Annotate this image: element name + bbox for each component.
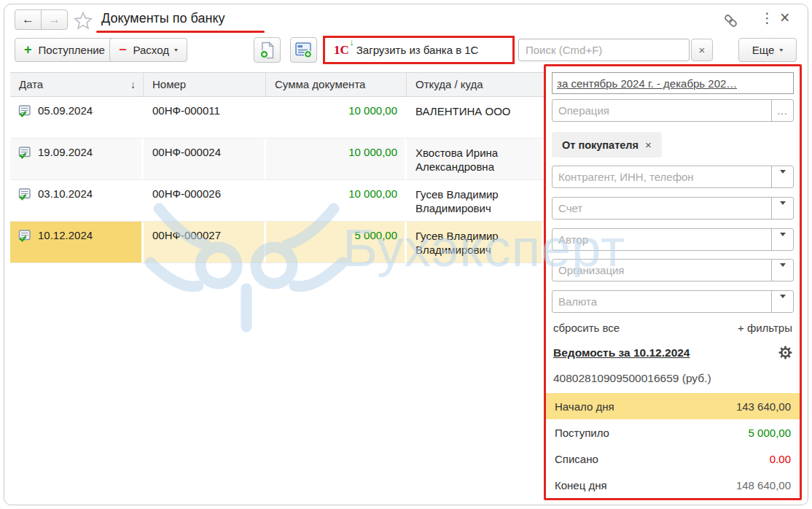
table-header: Дата↓ Номер Сумма документа Откуда / куд… — [10, 72, 544, 97]
favorite-star-icon[interactable] — [73, 11, 93, 30]
summary-label: Поступило — [555, 427, 609, 439]
document-check-icon — [17, 147, 31, 160]
cell-amount: 10 000,00 — [266, 97, 407, 138]
currency-field[interactable] — [552, 290, 794, 313]
new-list-item-button[interactable] — [290, 37, 317, 63]
column-header-number[interactable]: Номер — [144, 73, 266, 96]
period-link[interactable]: за сентябрь 2024 г. - декабрь 202… — [557, 77, 737, 90]
organization-field[interactable] — [552, 259, 794, 281]
chevron-down-icon — [780, 295, 786, 301]
organization-dropdown-button[interactable] — [771, 260, 793, 281]
counterparty-field[interactable] — [552, 166, 794, 188]
currency-input[interactable] — [553, 291, 771, 312]
account-field[interactable] — [552, 197, 794, 219]
chip-close-icon[interactable]: × — [645, 139, 652, 151]
summary-row-day-start: Начало дня 143 640,00 — [546, 393, 800, 419]
table-row[interactable]: 19.09.2024 00НФ-000024 10 000,00 Хвостов… — [10, 139, 544, 180]
statement-title-link[interactable]: Ведомость за 10.12.2024 — [553, 346, 690, 360]
summary-value: 143 640,00 — [736, 400, 791, 413]
search-box[interactable] — [518, 39, 690, 61]
author-input[interactable] — [553, 229, 771, 250]
close-icon[interactable]: × — [780, 9, 789, 26]
cell-number: 00НФ-000024 — [144, 139, 266, 179]
more-button-label: Еще — [752, 44, 775, 56]
summary-value: 148 640,00 — [736, 479, 791, 491]
chevron-down-icon — [780, 201, 786, 208]
receipt-button-label: Поступление — [39, 44, 105, 56]
sort-desc-icon: ↓ — [130, 73, 136, 96]
operation-field[interactable]: ... — [552, 99, 794, 122]
plus-icon: + — [24, 42, 32, 58]
organization-input[interactable] — [553, 260, 771, 281]
author-dropdown-button[interactable] — [771, 229, 793, 250]
summary-row-written-off: Списано 0.00 — [546, 446, 800, 472]
filter-chip-label: От покупателя — [562, 139, 639, 151]
chevron-down-icon: ▾ — [779, 47, 783, 53]
expense-button-label: Расход — [133, 44, 169, 56]
minus-icon: − — [119, 42, 127, 58]
page-title: Документы по банку — [101, 11, 225, 26]
column-header-party[interactable]: Откуда / куда — [407, 73, 544, 96]
statement-title-row: Ведомость за 10.12.2024 — [553, 346, 792, 360]
chevron-down-icon: ▾ — [174, 47, 178, 53]
reset-all-link[interactable]: сбросить все — [553, 322, 620, 334]
summary-label: Списано — [555, 453, 598, 465]
table-row[interactable]: 05.09.2024 00НФ-000011 10 000,00 ВАЛЕНТИ… — [10, 97, 544, 139]
chevron-down-icon — [780, 233, 786, 239]
get-link-icon[interactable] — [722, 12, 739, 32]
gear-icon[interactable] — [778, 346, 792, 360]
account-input[interactable] — [553, 198, 771, 219]
cell-number: 00НФ-000011 — [144, 97, 266, 138]
forward-button[interactable]: → — [41, 9, 68, 30]
clear-x-icon: × — [699, 44, 706, 56]
more-button[interactable]: Еще ▾ — [738, 38, 797, 62]
cell-date: 19.09.2024 — [10, 139, 144, 179]
author-field[interactable] — [552, 228, 794, 251]
load-from-bank-button[interactable]: 1С↓ Загрузить из банка в 1С — [325, 38, 512, 62]
cell-amount: 10 000,00 — [266, 180, 407, 221]
account-dropdown-button[interactable] — [771, 198, 793, 219]
summary-value: 0.00 — [770, 453, 791, 465]
document-check-icon — [17, 188, 31, 201]
new-list-item-icon — [295, 42, 313, 58]
column-header-amount[interactable]: Сумма документа — [266, 73, 407, 96]
back-button[interactable]: ← — [15, 9, 42, 30]
search-clear-button[interactable]: × — [691, 39, 713, 61]
expense-button[interactable]: − Расход ▾ — [109, 38, 187, 62]
counterparty-dropdown-button[interactable] — [771, 166, 793, 187]
cell-number: 00НФ-000027 — [144, 222, 266, 263]
document-check-icon — [17, 230, 31, 243]
counterparty-input[interactable] — [553, 166, 771, 187]
load-from-bank-label: Загрузить из банка в 1С — [356, 44, 479, 56]
filter-panel-red-annotation-box: за сентябрь 2024 г. - декабрь 202… ... О… — [544, 64, 802, 500]
cell-date: 03.10.2024 — [10, 180, 144, 221]
column-header-date[interactable]: Дата↓ — [10, 73, 144, 96]
receipt-button[interactable]: + Поступление ▾ — [15, 38, 123, 62]
search-input[interactable] — [519, 44, 689, 56]
cell-amount: 10 000,00 — [266, 139, 407, 179]
filter-chip-from-buyer[interactable]: От покупателя × — [552, 132, 662, 158]
1c-logo-icon: 1С↓ — [334, 43, 349, 58]
operation-input[interactable] — [553, 100, 771, 121]
cell-number: 00НФ-000026 — [144, 180, 266, 221]
table-row-selected[interactable]: 10.12.2024 00НФ-000027 5 000,00 Гусев Вл… — [10, 222, 544, 263]
summary-value: 5 000,00 — [749, 427, 791, 439]
new-document-button[interactable] — [254, 37, 281, 63]
operation-ellipsis-button[interactable]: ... — [771, 100, 793, 121]
cell-party: ВАЛЕНТИНА ООО — [407, 97, 544, 138]
currency-dropdown-button[interactable] — [771, 291, 793, 312]
cell-party: Хвостова Ирина Александровна — [407, 139, 544, 179]
cell-amount: 5 000,00 — [266, 222, 407, 263]
ellipsis-icon: ... — [777, 107, 788, 114]
green-down-arrow-icon: ↓ — [349, 36, 354, 47]
table-row[interactable]: 03.10.2024 00НФ-000026 10 000,00 Гусев В… — [10, 180, 544, 222]
period-field[interactable]: за сентябрь 2024 г. - декабрь 202… — [552, 72, 794, 94]
new-document-icon — [259, 42, 276, 59]
document-check-icon — [17, 105, 31, 118]
cell-date: 10.12.2024 — [10, 222, 144, 263]
add-filters-link[interactable]: + фильтры — [738, 322, 792, 334]
cell-party: Гусев Владимир Владимирович — [407, 222, 544, 263]
more-menu-dots-icon[interactable]: ⋮ — [760, 10, 774, 26]
title-red-underline-annotation — [96, 31, 265, 33]
forward-arrow-icon: → — [48, 12, 60, 27]
